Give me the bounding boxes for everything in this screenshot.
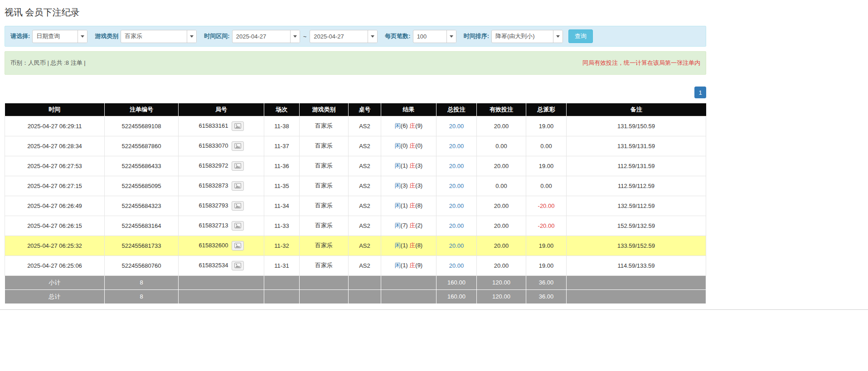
cell-result: 闲(1) 庄(8) — [381, 196, 436, 216]
column-header: 总投注 — [436, 103, 477, 116]
banker-result-label: 庄 — [409, 122, 415, 129]
footer-total-bet: 160.00 — [436, 275, 477, 289]
round-detail-button[interactable] — [232, 161, 244, 171]
round-id-text: 615833070 — [199, 142, 228, 149]
player-result-label: 闲 — [395, 242, 401, 249]
cell-total-bet[interactable]: 20.00 — [436, 116, 477, 136]
cell-note: 112.59/131.59 — [567, 156, 706, 176]
picture-icon — [234, 243, 241, 248]
cell-total-bet[interactable]: 20.00 — [436, 196, 477, 216]
date-to-dropdown-button[interactable] — [368, 30, 377, 43]
cell-payout: 19.00 — [526, 156, 567, 176]
cell-bet-id: 522455686433 — [105, 156, 179, 176]
cell-result: 闲(1) 庄(8) — [381, 236, 436, 255]
game-type-dropdown-button[interactable] — [187, 30, 196, 43]
round-detail-button[interactable] — [232, 221, 244, 231]
date-from-dropdown-button[interactable] — [290, 30, 300, 43]
date-from-select[interactable]: 2025-04-27 — [232, 30, 300, 43]
cell-session: 11-38 — [264, 116, 300, 136]
cell-time: 2025-04-27 06:25:06 — [5, 255, 105, 275]
cell-total-bet[interactable]: 20.00 — [436, 255, 477, 275]
picture-icon — [234, 223, 241, 228]
round-detail-button[interactable] — [232, 141, 244, 151]
cell-payout: 19.00 — [526, 116, 567, 136]
caret-down-icon — [371, 35, 374, 38]
cell-result: 闲(1) 庄(9) — [381, 255, 436, 275]
cell-result: 闲(1) 庄(3) — [381, 156, 436, 176]
round-detail-button[interactable] — [232, 121, 244, 131]
game-type-select[interactable]: 百家乐 — [121, 30, 197, 43]
banker-result-label: 庄 — [409, 242, 415, 249]
player-result-label: 闲 — [395, 222, 401, 229]
cell-bet-id: 522455689108 — [105, 116, 179, 136]
footer-empty-cell — [567, 275, 706, 289]
cell-game-type: 百家乐 — [300, 196, 349, 216]
picture-icon — [234, 263, 241, 268]
footer-empty-cell — [349, 289, 381, 304]
time-sort-value: 降幂(由大到小) — [492, 30, 553, 43]
date-to-select[interactable]: 2025-04-27 — [310, 30, 378, 43]
cell-time: 2025-04-27 06:29:11 — [5, 116, 105, 136]
cell-time: 2025-04-27 06:27:15 — [5, 176, 105, 196]
round-detail-button[interactable] — [232, 241, 244, 251]
summary-bar: 币别：人民币 | 总共 :8 注单 | 同局有效投注，统一计算在该局第一张注单内 — [5, 51, 706, 75]
cell-round-id: 615832600 — [179, 236, 264, 255]
column-header: 游戏类别 — [300, 103, 349, 116]
column-header: 时间 — [5, 103, 105, 116]
page-size-select[interactable]: 100 — [413, 30, 456, 43]
cell-payout: 19.00 — [526, 236, 567, 255]
cell-table-no: AS2 — [349, 216, 381, 236]
cell-total-bet[interactable]: 20.00 — [436, 216, 477, 236]
column-header: 场次 — [264, 103, 300, 116]
page-button-1[interactable]: 1 — [694, 87, 706, 98]
time-sort-label: 时间排序: — [464, 32, 489, 40]
caret-down-icon — [293, 35, 297, 38]
date-from-value: 2025-04-27 — [233, 30, 290, 43]
cell-bet-id: 522455685095 — [105, 176, 179, 196]
player-result-label: 闲 — [395, 122, 401, 129]
cell-total-bet[interactable]: 20.00 — [436, 136, 477, 156]
time-sort-select[interactable]: 降幂(由大到小) — [491, 30, 563, 43]
cell-round-id: 615833161 — [179, 116, 264, 136]
cell-total-bet[interactable]: 20.00 — [436, 236, 477, 255]
table-header: 时间注单编号局号场次游戏类别桌号结果总投注有效投注总派彩备注 — [5, 103, 706, 116]
footer-empty-cell — [264, 275, 300, 289]
page-size-dropdown-button[interactable] — [446, 30, 456, 43]
column-header: 有效投注 — [477, 103, 526, 116]
query-type-dropdown-button[interactable] — [78, 30, 87, 43]
time-sort-dropdown-button[interactable] — [553, 30, 563, 43]
footer-valid-bet: 120.00 — [477, 275, 526, 289]
cell-payout: 19.00 — [526, 255, 567, 275]
query-type-select[interactable]: 日期查询 — [32, 30, 87, 43]
cell-round-id: 615832873 — [179, 176, 264, 196]
banker-result-label: 庄 — [409, 222, 415, 229]
search-button[interactable]: 查询 — [568, 29, 593, 43]
cell-total-bet[interactable]: 20.00 — [436, 156, 477, 176]
cell-session: 11-32 — [264, 236, 300, 255]
table-row: 2025-04-27 06:28:34522455687860615833070… — [5, 136, 706, 156]
table-body: 2025-04-27 06:29:11522455689108615833161… — [5, 116, 706, 275]
cell-bet-id: 522455681733 — [105, 236, 179, 255]
subtotal-row: 小计8160.00120.0036.00 — [5, 275, 706, 289]
cell-valid-bet: 20.00 — [477, 236, 526, 255]
round-detail-button[interactable] — [232, 181, 244, 191]
caret-down-icon — [450, 35, 453, 38]
game-type-value: 百家乐 — [121, 30, 187, 43]
cell-time: 2025-04-27 06:27:53 — [5, 156, 105, 176]
column-header: 备注 — [567, 103, 706, 116]
round-detail-button[interactable] — [232, 201, 244, 211]
cell-note: 152.59/132.59 — [567, 216, 706, 236]
cell-valid-bet: 20.00 — [477, 216, 526, 236]
cell-table-no: AS2 — [349, 136, 381, 156]
round-detail-button[interactable] — [232, 261, 244, 270]
footer-payout: 36.00 — [526, 289, 567, 304]
cell-session: 11-33 — [264, 216, 300, 236]
cell-round-id: 615832534 — [179, 255, 264, 275]
player-result-label: 闲 — [395, 182, 401, 189]
cell-note: 131.59/131.59 — [567, 136, 706, 156]
cell-time: 2025-04-27 06:26:49 — [5, 196, 105, 216]
column-header: 注单编号 — [105, 103, 179, 116]
footer-empty-cell — [179, 289, 264, 304]
bet-records-table: 时间注单编号局号场次游戏类别桌号结果总投注有效投注总派彩备注 2025-04-2… — [5, 103, 706, 304]
cell-total-bet[interactable]: 20.00 — [436, 176, 477, 196]
